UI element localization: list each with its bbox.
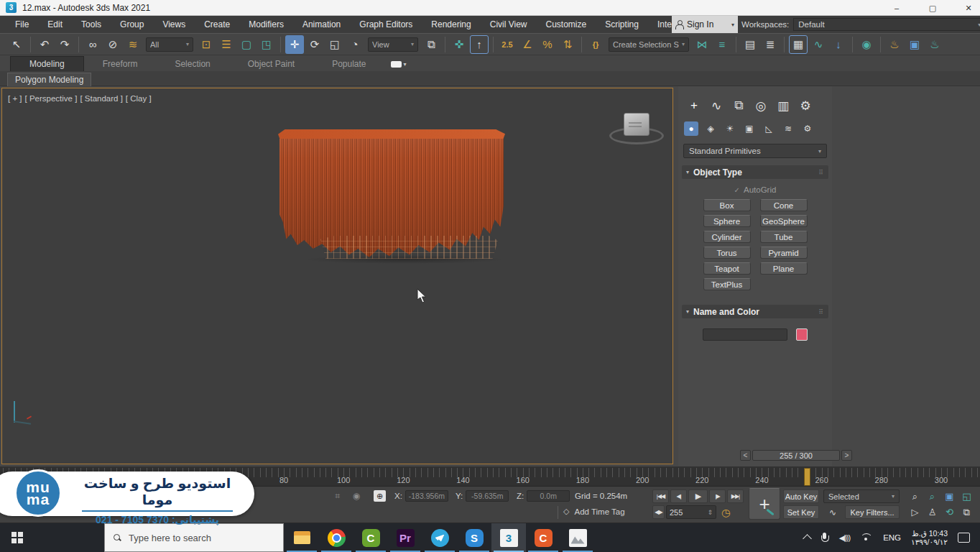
use-pivot-center-button[interactable]: ⧉ [422, 35, 440, 54]
rendered-frame-button[interactable]: ▣ [905, 35, 924, 54]
auto-key-button[interactable]: Auto Key [783, 489, 819, 503]
action-center-icon[interactable] [958, 533, 970, 543]
frame-counter[interactable]: 255 / 300 [752, 450, 840, 461]
rectangular-selection-button[interactable]: ▢ [237, 35, 256, 54]
spinner-snap-button[interactable]: ⇅ [558, 35, 577, 54]
selection-filter-dropdown[interactable]: All▾ [146, 37, 193, 52]
ribbon-overflow-button[interactable]: ▾ [391, 59, 410, 69]
unlink-selection-button[interactable]: ⊘ [103, 35, 122, 54]
shapes-subtab[interactable]: ◈ [703, 121, 718, 136]
go-to-end-button[interactable]: ▶▶| [727, 489, 744, 503]
menu-views[interactable]: Views [153, 16, 195, 33]
material-editor-button[interactable]: ◉ [857, 35, 876, 54]
object-type-box-button[interactable]: Box [703, 199, 751, 211]
polygon-modeling-tab[interactable]: Polygon Modeling [7, 73, 91, 86]
object-type-sphere-button[interactable]: Sphere [703, 215, 751, 227]
zoom-extents-all-button[interactable]: ◱ [958, 489, 975, 503]
x-coordinate-field[interactable]: -183.956m [405, 490, 448, 502]
systems-subtab[interactable]: ⚙ [800, 121, 815, 136]
next-frame-arrow-button[interactable]: > [841, 450, 852, 461]
speaker-icon[interactable]: ◀))) [839, 533, 850, 543]
ribbon-tab-populate[interactable]: Populate [313, 57, 384, 71]
snaps-toggle-button[interactable]: 2.5 [498, 35, 517, 54]
motion-tab[interactable]: ◎ [754, 98, 768, 114]
tray-clock[interactable]: 10:43 ق.ظ ۱۳۹۹/۰۹/۱۲ [911, 529, 948, 546]
zoom-extents-selected-button[interactable]: ▣ [941, 489, 958, 503]
helpers-subtab[interactable]: ◺ [762, 121, 776, 136]
restore-button[interactable]: ▢ [925, 4, 940, 13]
viewport-menu-pov[interactable]: [ Perspective ] [25, 94, 78, 103]
lights-subtab[interactable]: ☀ [723, 121, 737, 136]
ribbon-tab-object-paint[interactable]: Object Paint [229, 57, 313, 71]
select-and-rotate-button[interactable]: ⟳ [305, 35, 324, 54]
named-selection-sets-dropdown[interactable]: Create Selection Se▾ [609, 37, 689, 52]
ribbon-tab-modeling[interactable]: Modeling [10, 56, 84, 71]
object-type-cone-button[interactable]: Cone [760, 199, 808, 211]
menu-animation[interactable]: Animation [293, 16, 350, 33]
sign-in-button[interactable]: Sign In ▾ [672, 16, 738, 33]
select-and-scale-button[interactable]: ◱ [325, 35, 344, 54]
taskbar-app-camtasia-recorder[interactable]: C [526, 523, 560, 552]
minimize-button[interactable]: – [889, 4, 904, 12]
zoom-button[interactable]: ⌕ [907, 489, 923, 503]
time-configuration-button[interactable]: ◷ [718, 505, 734, 519]
align-button[interactable]: ≡ [713, 35, 731, 54]
key-filters-button[interactable]: Key Filters... [845, 505, 900, 519]
selection-set-dropdown[interactable]: Selected ▾ [823, 489, 900, 503]
geometry-subtab[interactable]: ● [684, 121, 698, 136]
object-type-tube-button[interactable]: Tube [760, 231, 808, 243]
menu-scripting[interactable]: Scripting [596, 16, 648, 33]
language-indicator[interactable]: ENG [883, 533, 901, 542]
object-name-input[interactable] [703, 328, 787, 341]
hierarchy-tab[interactable]: ⧉ [731, 98, 746, 113]
object-type-rollout-header[interactable]: ▾ Object Type ⠿ [682, 165, 828, 179]
undo-button[interactable]: ↶ [35, 35, 54, 54]
select-and-move-button[interactable]: ✛ [285, 35, 304, 54]
zoom-all-button[interactable]: ⌕ [924, 489, 940, 503]
select-and-manipulate-button[interactable]: ✜ [450, 35, 468, 54]
field-of-view-button[interactable]: ▷ [907, 505, 923, 519]
key-mode-toggle-button[interactable]: ◀▶ [652, 505, 665, 519]
render-setup-button[interactable]: ♨ [885, 35, 904, 54]
current-frame-field[interactable]: 255 ⇕ [666, 505, 716, 519]
space-warps-subtab[interactable]: ≋ [781, 121, 795, 136]
walk-through-button[interactable]: ♙ [924, 505, 940, 519]
viewport-menu-general[interactable]: [ + ] [8, 94, 22, 103]
select-object-button[interactable]: ↖ [7, 35, 26, 54]
viewport-menu-shading[interactable]: [ Clay ] [126, 94, 152, 103]
start-button[interactable] [0, 523, 34, 552]
taskbar-app-telegram[interactable] [422, 523, 457, 552]
redo-button[interactable]: ↷ [55, 35, 74, 54]
go-to-start-button[interactable]: |◀◀ [652, 489, 669, 503]
ribbon-toggle-button[interactable]: ▦ [789, 35, 808, 54]
render-production-button[interactable]: ♨ [925, 35, 944, 54]
ribbon-tab-freeform[interactable]: Freeform [84, 57, 157, 71]
add-time-tag-button[interactable]: ◇ Add Time Tag [563, 507, 625, 516]
name-color-rollout-header[interactable]: ▾ Name and Color ⠿ [682, 305, 828, 318]
bind-to-space-warp-button[interactable]: ≋ [124, 35, 142, 54]
modify-tab[interactable]: ∿ [709, 98, 724, 114]
primitive-category-dropdown[interactable]: Standard Primitives ▾ [683, 144, 827, 158]
perspective-viewport[interactable]: [ + ] [ Perspective ] [ Standard ] [ Cla… [1, 88, 673, 464]
reference-coordinate-dropdown[interactable]: View▾ [368, 37, 418, 52]
menu-file[interactable]: File [6, 16, 38, 33]
taskbar-app-file-explorer[interactable] [285, 523, 319, 552]
viewcube-cube[interactable] [624, 113, 650, 136]
cameras-subtab[interactable]: ▣ [742, 121, 757, 136]
play-button[interactable]: ▶ [688, 489, 708, 503]
object-type-pyramid-button[interactable]: Pyramid [760, 247, 808, 259]
next-frame-button[interactable]: |▶ [709, 489, 726, 503]
maximize-viewport-button[interactable]: ⧉ [958, 505, 975, 519]
taskbar-app-camtasia[interactable]: C [353, 523, 388, 552]
autogrid-checkbox[interactable]: ✓ AutoGrid [682, 183, 828, 196]
previous-frame-button[interactable]: ◀| [670, 489, 687, 503]
z-coordinate-field[interactable]: 0.0m [527, 490, 570, 502]
selection-lock-icon[interactable]: ◉ [349, 489, 364, 502]
previous-frame-arrow-button[interactable]: < [740, 450, 751, 461]
workspace-dropdown[interactable]: Default ▾ [793, 18, 980, 31]
mirror-button[interactable]: ⋈ [693, 35, 711, 54]
menu-customize[interactable]: Customize [537, 16, 596, 33]
menu-rendering[interactable]: Rendering [422, 16, 480, 33]
window-crossing-button[interactable]: ◳ [257, 35, 276, 54]
object-type-teapot-button[interactable]: Teapot [703, 262, 751, 275]
